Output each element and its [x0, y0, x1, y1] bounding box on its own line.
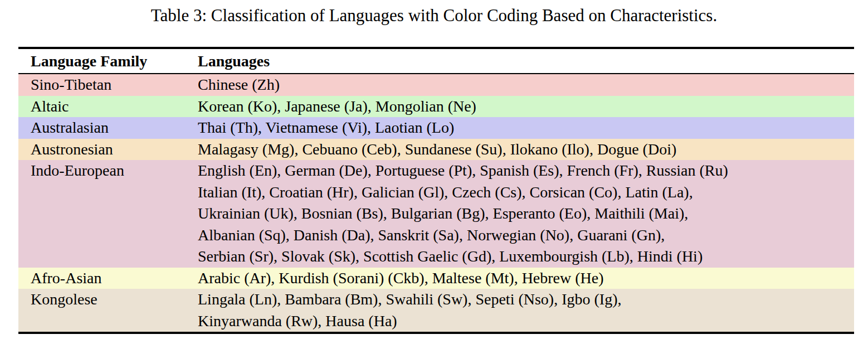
table-row: Sino-TibetanChinese (Zh): [18, 74, 854, 96]
languages-cell: Thai (Th), Vietnamese (Vi), Laotian (Lo): [198, 117, 854, 139]
table-row: KongoleseLingala (Ln), Bambara (Bm), Swa…: [18, 289, 854, 332]
family-cell: Indo-European: [18, 160, 198, 268]
family-cell: Sino-Tibetan: [18, 74, 198, 96]
table-header-row: Language Family Languages: [18, 49, 854, 73]
table-row: AustralasianThai (Th), Vietnamese (Vi), …: [18, 117, 854, 139]
column-header-languages: Languages: [198, 52, 854, 70]
family-cell: Kongolese: [18, 289, 198, 332]
table-caption: Table 3: Classification of Languages wit…: [0, 4, 868, 27]
paper-page: Table 3: Classification of Languages wit…: [0, 0, 868, 344]
languages-cell: Malagasy (Mg), Cebuano (Ceb), Sundanese …: [198, 139, 854, 161]
column-header-language-family: Language Family: [18, 52, 198, 70]
table-row: AustronesianMalagasy (Mg), Cebuano (Ceb)…: [18, 139, 854, 161]
languages-cell: Lingala (Ln), Bambara (Bm), Swahili (Sw)…: [198, 289, 854, 332]
family-cell: Altaic: [18, 96, 198, 118]
table-row: Afro-AsianArabic (Ar), Kurdish (Sorani) …: [18, 268, 854, 289]
language-classification-table: Language Family Languages Sino-TibetanCh…: [18, 47, 854, 334]
table-row: Indo-EuropeanEnglish (En), German (De), …: [18, 160, 854, 268]
languages-cell: Arabic (Ar), Kurdish (Sorani) (Ckb), Mal…: [198, 268, 854, 289]
languages-cell: Chinese (Zh): [198, 74, 854, 96]
languages-cell: English (En), German (De), Portuguese (P…: [198, 160, 854, 268]
family-cell: Afro-Asian: [18, 268, 198, 289]
table-bottom-rule: [18, 332, 854, 334]
table-rows: Sino-TibetanChinese (Zh)AltaicKorean (Ko…: [18, 74, 854, 332]
languages-cell: Korean (Ko), Japanese (Ja), Mongolian (N…: [198, 96, 854, 118]
family-cell: Australasian: [18, 117, 198, 139]
family-cell: Austronesian: [18, 139, 198, 161]
table-row: AltaicKorean (Ko), Japanese (Ja), Mongol…: [18, 96, 854, 118]
